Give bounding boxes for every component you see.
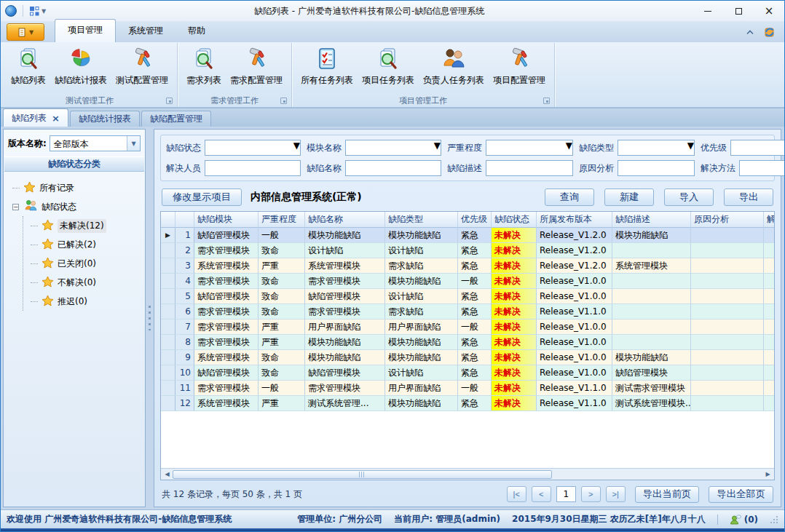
new-button[interactable]: 新建 <box>604 188 654 206</box>
ribbon-tab-项目管理[interactable]: 项目管理 <box>55 19 116 42</box>
export-button[interactable]: 导出 <box>724 188 773 206</box>
scroll-right-icon[interactable]: ▶ <box>762 469 773 480</box>
filter-combobox-优先级[interactable]: ▼ <box>730 140 785 156</box>
table-row[interactable]: 7需求管理模块严重用户界面缺陷用户界面缺陷一般未解决Release_V1.0.0 <box>161 319 774 335</box>
filter-combobox-缺陷类型[interactable]: ▼ <box>618 140 695 156</box>
table-row[interactable]: 12系统管理模块严重测试系统管理...模块功能缺陷紧急未解决Release_V1… <box>161 396 774 411</box>
column-header-缺陷名称[interactable]: 缺陷名称 <box>305 212 385 228</box>
table-row[interactable]: ▶1缺陷管理模块一般模块功能缺陷模块功能缺陷紧急未解决Release_V1.2.… <box>161 228 774 243</box>
export-all-pages-button[interactable]: 导出全部页 <box>709 486 773 503</box>
resize-grip-icon[interactable] <box>770 515 778 524</box>
horizontal-scrollbar[interactable]: ◀ ▶ <box>161 468 774 480</box>
filter-value-input[interactable] <box>346 140 434 155</box>
filter-input-缺陷名称[interactable] <box>345 160 441 176</box>
document-tab-缺陷统计报表[interactable]: 缺陷统计报表 <box>70 111 140 127</box>
collapse-ribbon-icon[interactable] <box>746 29 754 35</box>
table-row[interactable]: 4需求管理模块致命需求管理模块模块功能缺陷一般未解决Release_V1.0.0 <box>161 274 774 289</box>
app-menu-button[interactable]: ▼ <box>7 23 44 41</box>
splitter[interactable] <box>146 129 154 507</box>
filter-value-input[interactable] <box>205 140 293 155</box>
minimize-button[interactable] <box>693 1 723 21</box>
column-header-原因分析[interactable]: 原因分析 <box>691 212 764 228</box>
page-number-input[interactable] <box>556 486 576 502</box>
next-page-button[interactable]: > <box>581 486 601 502</box>
modify-columns-button[interactable]: 修改显示项目 <box>162 188 242 206</box>
column-header-缺陷模块[interactable]: 缺陷模块 <box>194 212 259 228</box>
ribbon-button-所有任务列表[interactable]: 所有任务列表 <box>296 44 358 88</box>
column-header-缺陷状态[interactable]: 缺陷状态 <box>492 212 537 228</box>
table-row[interactable]: 6需求管理模块致命需求管理模块需求缺陷紧急未解决Release_V1.1.0 <box>161 304 774 319</box>
tree-item-已解决(2)[interactable]: 已解决(2) <box>31 235 142 254</box>
table-row[interactable]: 11需求管理模块一般需求管理模块用户界面缺陷一般未解决Release_V1.1.… <box>161 381 774 396</box>
style-icon[interactable] <box>763 26 776 38</box>
import-button[interactable]: 导入 <box>664 188 714 206</box>
table-row[interactable]: 10缺陷管理模块致命缺陷管理模块设计缺陷紧急未解决Release_V1.0.0缺… <box>161 365 774 381</box>
table-row[interactable]: 5缺陷管理模块致命缺陷管理模块设计缺陷紧急未解决Release_V1.0.0 <box>161 289 774 304</box>
dialog-launcher-icon[interactable] <box>166 98 173 104</box>
filter-value-input[interactable] <box>346 161 441 175</box>
tree-item-推迟(0)[interactable]: 推迟(0) <box>31 292 142 311</box>
column-header-优先级[interactable]: 优先级 <box>458 212 492 228</box>
ribbon-button-需求配置管理[interactable]: 需求配置管理 <box>226 44 287 88</box>
document-tab-缺陷配置管理[interactable]: 缺陷配置管理 <box>141 111 211 127</box>
dialog-launcher-icon[interactable] <box>543 98 550 104</box>
tree-item-未解决(12)[interactable]: 未解决(12) <box>31 216 142 235</box>
scrollbar-thumb[interactable] <box>173 470 552 479</box>
tree-item-不解决(0)[interactable]: 不解决(0) <box>31 273 142 292</box>
column-header-缺陷类型[interactable]: 缺陷类型 <box>385 212 458 228</box>
column-header-解决方法[interactable]: 解决方法 <box>764 212 774 228</box>
chevron-down-icon[interactable]: ▼ <box>127 136 140 151</box>
ribbon-button-测试配置管理[interactable]: 测试配置管理 <box>111 44 173 88</box>
close-tab-icon[interactable]: × <box>52 114 60 123</box>
filter-combobox-模块名称[interactable]: ▼ <box>345 140 441 156</box>
table-row[interactable]: 2需求管理模块致命设计缺陷设计缺陷紧急未解决Release_V1.2.0 <box>161 243 774 258</box>
first-page-button[interactable]: |< <box>507 486 526 502</box>
filter-input-原因分析[interactable] <box>618 160 695 176</box>
filter-value-input[interactable] <box>618 140 687 155</box>
ribbon-button-缺陷统计报表[interactable]: 缺陷统计报表 <box>50 44 111 88</box>
column-header-所属发布版本[interactable]: 所属发布版本 <box>537 212 612 228</box>
column-header-严重程度[interactable]: 严重程度 <box>259 212 305 228</box>
chevron-down-icon[interactable]: ▼ <box>687 140 694 155</box>
filter-value-input[interactable] <box>618 161 694 175</box>
filter-input-解决方法[interactable] <box>739 160 785 176</box>
export-current-page-button[interactable]: 导出当前页 <box>635 486 700 503</box>
filter-combobox-缺陷状态[interactable]: ▼ <box>205 140 301 156</box>
message-counter[interactable]: (0) <box>730 515 758 525</box>
ribbon-button-需求列表[interactable]: 需求列表 <box>182 44 226 88</box>
ribbon-button-项目任务列表[interactable]: 项目任务列表 <box>358 44 419 88</box>
filter-value-input[interactable] <box>731 140 785 155</box>
last-page-button[interactable]: >| <box>606 486 626 502</box>
quick-access-button[interactable]: ▼ <box>29 6 46 16</box>
table-row[interactable]: 8需求管理模块严重模块功能缺陷模块功能缺陷紧急未解决Release_V1.0.0 <box>161 335 774 350</box>
tree-item-缺陷状态[interactable]: −缺陷状态 <box>12 197 142 216</box>
chevron-down-icon[interactable]: ▼ <box>293 140 300 155</box>
close-button[interactable]: × <box>754 1 784 21</box>
chevron-down-icon[interactable]: ▼ <box>566 140 572 155</box>
dialog-launcher-icon[interactable] <box>280 98 287 104</box>
filter-value-input[interactable] <box>486 140 566 155</box>
prev-page-button[interactable]: < <box>532 486 551 502</box>
column-header-缺陷描述[interactable]: 缺陷描述 <box>612 212 691 228</box>
ribbon-tab-系统管理[interactable]: 系统管理 <box>116 20 175 42</box>
filter-value-input[interactable] <box>486 161 572 175</box>
document-tab-缺陷列表[interactable]: 缺陷列表× <box>3 108 68 127</box>
filter-input-缺陷描述[interactable] <box>486 160 573 176</box>
scroll-left-icon[interactable]: ◀ <box>162 469 173 480</box>
tree-item-已关闭(0)[interactable]: 已关闭(0) <box>31 254 142 273</box>
maximize-button[interactable] <box>723 1 754 21</box>
collapse-node-icon[interactable]: − <box>12 204 19 210</box>
version-combobox[interactable]: 全部版本 ▼ <box>50 135 141 151</box>
ribbon-button-项目配置管理[interactable]: 项目配置管理 <box>489 44 550 88</box>
table-row[interactable]: 3系统管理模块严重系统管理模块需求缺陷紧急未解决Release_V1.2.0系统… <box>161 258 774 274</box>
filter-combobox-严重程度[interactable]: ▼ <box>486 140 573 156</box>
filter-value-input[interactable] <box>740 161 785 175</box>
ribbon-tab-帮助[interactable]: 帮助 <box>175 20 218 42</box>
filter-value-input[interactable] <box>205 161 300 175</box>
tree-item-所有记录[interactable]: 所有记录 <box>12 178 142 197</box>
table-row[interactable]: 9系统管理模块致命模块功能缺陷模块功能缺陷紧急未解决Release_V1.0.0… <box>161 350 774 365</box>
chevron-down-icon[interactable]: ▼ <box>434 140 441 155</box>
filter-input-解决人员[interactable] <box>205 160 301 176</box>
query-button[interactable]: 查询 <box>545 188 594 206</box>
ribbon-button-缺陷列表[interactable]: 缺陷列表 <box>7 44 50 88</box>
